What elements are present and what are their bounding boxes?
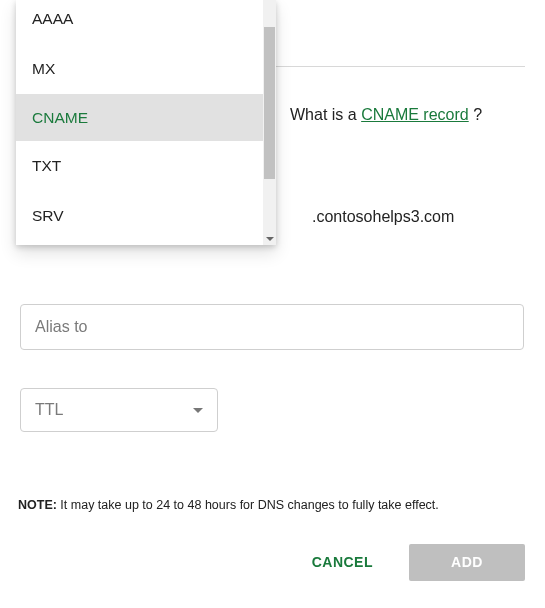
- chevron-down-icon: [266, 237, 274, 241]
- ttl-select[interactable]: TTL: [20, 388, 218, 432]
- record-type-option-aaaa[interactable]: AAAA: [16, 0, 263, 44]
- dropdown-scrollbar[interactable]: [263, 0, 276, 245]
- option-label: SRV: [32, 207, 64, 225]
- chevron-down-icon: [193, 408, 203, 413]
- option-label: AAAA: [32, 10, 73, 28]
- record-type-option-srv[interactable]: SRV: [16, 191, 263, 241]
- alias-to-input[interactable]: [20, 304, 524, 350]
- record-type-dropdown[interactable]: AAAA MX CNAME TXT SRV: [16, 0, 276, 245]
- record-type-option-cname[interactable]: CNAME: [16, 94, 263, 141]
- action-button-row: CANCEL ADD: [0, 542, 525, 582]
- what-is-suffix: ?: [469, 106, 482, 123]
- what-is-line: What is a CNAME record ?: [290, 106, 482, 124]
- record-type-option-txt[interactable]: TXT: [16, 141, 263, 191]
- host-domain-suffix: .contosohelps3.com: [312, 208, 454, 226]
- option-label: MX: [32, 60, 55, 78]
- add-button[interactable]: ADD: [409, 544, 525, 581]
- ttl-placeholder: TTL: [35, 401, 63, 419]
- option-label: CNAME: [32, 109, 88, 127]
- what-is-prefix: What is a: [290, 106, 361, 123]
- record-type-option-mx[interactable]: MX: [16, 44, 263, 94]
- dns-propagation-note: NOTE: It may take up to 24 to 48 hours f…: [18, 498, 439, 512]
- scrollbar-thumb[interactable]: [264, 27, 275, 179]
- cancel-button[interactable]: CANCEL: [304, 542, 381, 582]
- cname-record-link[interactable]: CNAME record: [361, 106, 469, 123]
- note-label: NOTE:: [18, 498, 57, 512]
- record-type-listbox: AAAA MX CNAME TXT SRV: [16, 0, 263, 245]
- note-text: It may take up to 24 to 48 hours for DNS…: [57, 498, 439, 512]
- scrollbar-down-button[interactable]: [263, 232, 276, 245]
- option-label: TXT: [32, 157, 61, 175]
